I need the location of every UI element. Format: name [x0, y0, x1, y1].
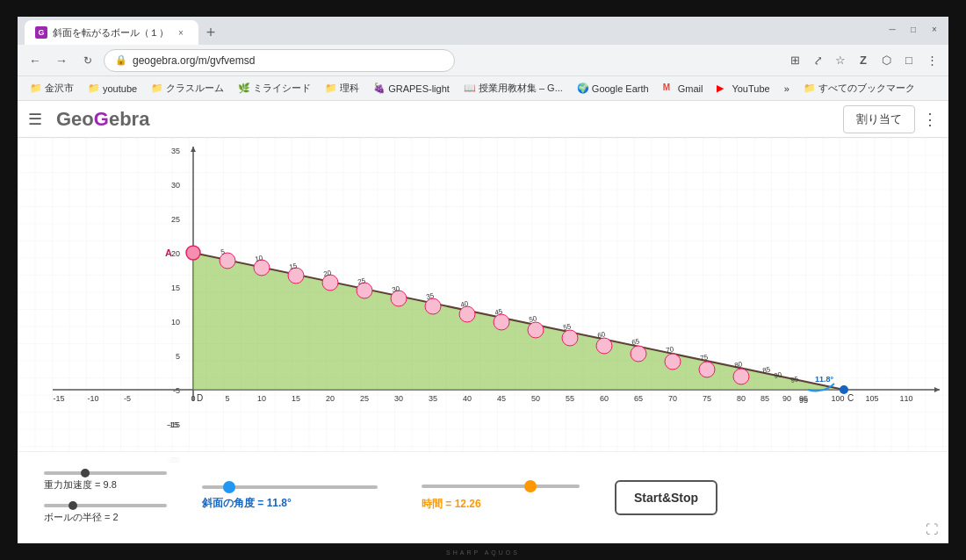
ramp-angle-control: 斜面の角度 = 11.8° — [202, 485, 378, 511]
svg-point-60 — [562, 330, 578, 346]
svg-text:20: 20 — [171, 249, 180, 258]
back-button[interactable]: ← — [25, 50, 46, 71]
grapes-icon: 🍇 — [373, 83, 386, 95]
svg-rect-2 — [18, 138, 948, 480]
monitor-brand: SHARP AQUOS — [446, 549, 520, 556]
close-window-button[interactable]: × — [927, 22, 941, 36]
gravity-slider-thumb[interactable] — [81, 469, 90, 477]
ball-radius-slider-thumb[interactable] — [68, 501, 77, 510]
address-actions: ⊞ ⤤ ☆ Z ⬡ □ ⋮ — [785, 51, 941, 70]
ramp-angle-slider-thumb[interactable] — [223, 481, 235, 493]
svg-text:-10: -10 — [87, 394, 98, 403]
screenshot-icon[interactable]: ⬡ — [876, 51, 896, 70]
svg-text:95: 95 — [799, 396, 808, 405]
youtube-icon: ▶ — [717, 83, 729, 95]
bookmark-label: » — [784, 83, 789, 94]
bookmark-more[interactable]: » — [779, 82, 795, 96]
svg-text:100: 100 — [831, 394, 844, 403]
bookmark-gmail[interactable]: M Gmail — [658, 81, 709, 97]
tab-close-button[interactable]: × — [174, 25, 188, 39]
bookmark-youtube-bm[interactable]: ▶ YouTube — [711, 81, 775, 97]
svg-text:110: 110 — [899, 394, 912, 403]
bookmark-kyozai[interactable]: 📖 授業用教材集 – G... — [458, 80, 568, 97]
svg-text:50: 50 — [531, 394, 540, 403]
svg-text:105: 105 — [865, 394, 878, 403]
menu-button[interactable]: ⋮ — [922, 51, 941, 70]
minimize-button[interactable]: ─ — [885, 22, 899, 36]
time-slider-thumb[interactable] — [524, 480, 537, 492]
bookmark-google-earth[interactable]: 🌍 Google Earth — [572, 81, 654, 97]
tab-bar: G 斜面を転がるボール（１） × + — [25, 17, 223, 45]
bookmark-label: 理科 — [340, 82, 359, 95]
svg-text:10: 10 — [171, 318, 180, 327]
gravity-slider-track[interactable] — [44, 471, 167, 475]
reload-button[interactable]: ↻ — [77, 50, 98, 71]
svg-point-59 — [528, 322, 544, 338]
fullscreen-button[interactable]: ⛶ — [926, 522, 938, 536]
new-tab-button[interactable]: + — [198, 20, 223, 45]
svg-text:10: 10 — [257, 394, 266, 403]
bookmark-miraiseed[interactable]: 🌿 ミライシード — [233, 80, 316, 97]
bookmark-classroom[interactable]: 📁 クラスルーム — [146, 80, 229, 97]
svg-text:30: 30 — [171, 181, 180, 190]
active-tab[interactable]: G 斜面を転がるボール（１） × — [25, 20, 198, 45]
window-icon[interactable]: □ — [899, 51, 919, 70]
start-stop-button[interactable]: Start&Stop — [615, 480, 717, 515]
browser-titlebar: G 斜面を転がるボール（１） × + ─ □ × — [18, 17, 948, 45]
bookmark-label: すべてのブックマーク — [818, 82, 915, 95]
folder-icon: 📁 — [325, 83, 337, 95]
graph-container: -15 -10 -5 0 5 10 15 20 25 30 35 40 45 5… — [18, 138, 948, 543]
bookmark-label: YouTube — [732, 83, 769, 94]
z-icon[interactable]: Z — [854, 51, 873, 70]
more-options-button[interactable]: ⋮ — [922, 110, 938, 129]
bookmark-rika[interactable]: 📁 理科 — [320, 80, 364, 97]
maximize-button[interactable]: □ — [906, 22, 920, 36]
svg-text:65: 65 — [634, 394, 643, 403]
svg-point-62 — [631, 346, 646, 362]
svg-text:25: 25 — [360, 394, 369, 403]
svg-text:15: 15 — [292, 394, 300, 403]
hamburger-menu[interactable]: ☰ — [28, 110, 42, 129]
bookmark-label: Google Earth — [592, 83, 649, 94]
assign-button[interactable]: 割り当て — [843, 105, 915, 133]
svg-text:-15: -15 — [53, 394, 64, 403]
address-field[interactable]: 🔒 geogebra.org/m/gvfvemsd — [104, 49, 455, 72]
bookmark-grapes[interactable]: 🍇 GRAPES-light — [368, 81, 455, 97]
svg-text:90: 90 — [782, 394, 791, 403]
svg-text:0: 0 — [191, 394, 195, 403]
ramp-angle-slider-track[interactable] — [202, 485, 378, 489]
svg-text:60: 60 — [600, 394, 609, 403]
svg-text:5: 5 — [225, 394, 229, 403]
svg-point-64 — [699, 362, 715, 377]
svg-point-65 — [733, 369, 749, 384]
gmail-icon: M — [663, 83, 675, 95]
forward-button[interactable]: → — [51, 50, 72, 71]
svg-text:A: A — [165, 248, 172, 258]
bookmark-label: Gmail — [678, 83, 703, 94]
time-label: 時間 = 12.26 — [422, 497, 580, 512]
svg-text:45: 45 — [497, 394, 506, 403]
bookmark-label: クラスルーム — [166, 82, 224, 95]
ramp-angle-label: 斜面の角度 = 11.8° — [202, 496, 378, 511]
bookmark-kanazawa[interactable]: 📁 金沢市 — [25, 80, 79, 97]
share-icon[interactable]: ⤤ — [808, 51, 827, 70]
ball-radius-slider-track[interactable] — [44, 504, 167, 507]
geogebra-logo: GeoGebra — [56, 108, 149, 131]
svg-text:-5: -5 — [173, 386, 180, 395]
svg-text:D: D — [197, 393, 203, 403]
folder-icon: 📁 — [804, 83, 816, 95]
tab-title: 斜面を転がるボール（１） — [53, 26, 169, 39]
gravity-control: 重力加速度 = 9.8 — [44, 471, 167, 492]
extension-icon[interactable]: ⊞ — [785, 51, 804, 70]
svg-text:15: 15 — [171, 284, 180, 292]
time-slider-track[interactable] — [422, 485, 580, 488]
svg-text:25: 25 — [171, 215, 180, 224]
bookmark-icon[interactable]: ☆ — [831, 51, 850, 70]
bookmark-all[interactable]: 📁 すべてのブックマーク — [798, 80, 920, 97]
time-control: 時間 = 12.26 — [422, 485, 580, 512]
leaf-icon: 🌿 — [238, 83, 250, 95]
svg-point-49 — [186, 246, 200, 260]
bookmark-youtube[interactable]: 📁 youtube — [83, 81, 142, 97]
svg-text:-5: -5 — [124, 394, 131, 403]
svg-text:70: 70 — [668, 394, 677, 403]
